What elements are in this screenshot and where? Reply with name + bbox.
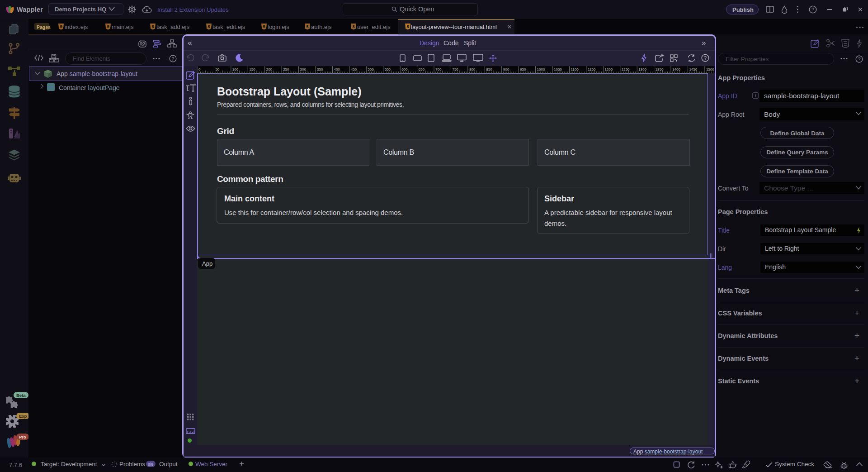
svg-text:50: 50 (215, 67, 219, 71)
svg-text:650: 650 (419, 67, 425, 71)
svg-text:450: 450 (351, 67, 357, 71)
svg-text:900: 900 (503, 67, 509, 71)
svg-text:200: 200 (266, 67, 273, 71)
svg-text:800: 800 (469, 67, 476, 71)
svg-text:150: 150 (249, 67, 255, 71)
svg-text:5: 5 (263, 24, 265, 29)
svg-text:5: 5 (406, 24, 409, 29)
svg-text:5: 5 (107, 24, 109, 29)
svg-text:300: 300 (300, 67, 307, 71)
svg-text:1100: 1100 (571, 67, 579, 71)
svg-text:5: 5 (208, 24, 210, 29)
svg-text:500: 500 (368, 67, 374, 71)
svg-text:?: ? (172, 56, 175, 62)
svg-text:1150: 1150 (588, 67, 596, 71)
svg-text:700: 700 (435, 67, 442, 71)
svg-text:?: ? (811, 7, 814, 12)
svg-text:5: 5 (352, 24, 354, 29)
svg-text:?: ? (704, 55, 707, 61)
svg-text:750: 750 (452, 67, 458, 71)
svg-text:i: i (755, 94, 756, 98)
svg-text:850: 850 (486, 67, 492, 71)
svg-text:600: 600 (401, 67, 408, 71)
svg-text:400: 400 (334, 67, 340, 71)
svg-text:250: 250 (283, 67, 289, 71)
svg-text:350: 350 (317, 67, 323, 71)
svg-text:?: ? (858, 57, 861, 62)
svg-text:5: 5 (306, 24, 308, 29)
svg-text:0: 0 (198, 67, 201, 71)
svg-text:5: 5 (60, 24, 62, 29)
svg-text:950: 950 (520, 67, 526, 71)
svg-text:550: 550 (385, 67, 391, 71)
svg-text:100: 100 (232, 67, 239, 71)
svg-text:5: 5 (151, 24, 154, 29)
